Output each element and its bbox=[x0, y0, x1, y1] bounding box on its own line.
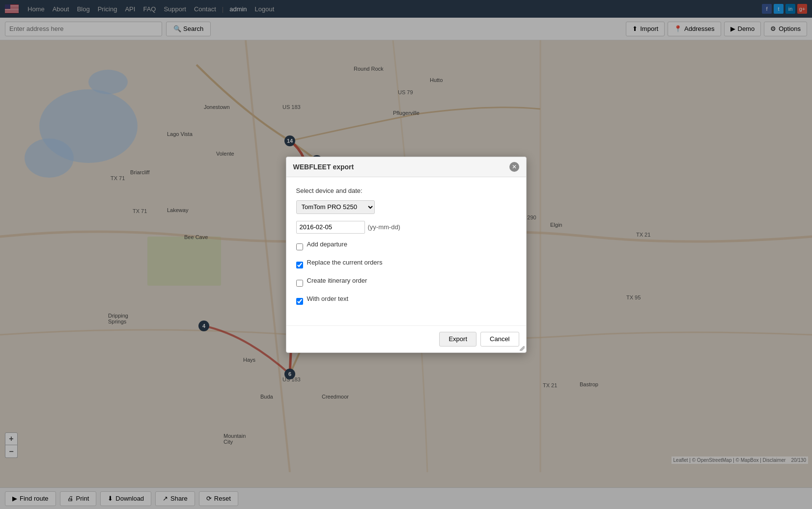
replace-orders-checkbox[interactable] bbox=[296, 262, 303, 268]
modal-body: Select device and date: TomTom PRO 5250 … bbox=[286, 177, 526, 325]
modal-header: WEBFLEET export ✕ bbox=[286, 157, 526, 177]
date-input[interactable] bbox=[296, 221, 365, 234]
export-button[interactable]: Export bbox=[439, 332, 476, 347]
with-order-text-row: With order text bbox=[296, 295, 516, 308]
replace-orders-row: Replace the current orders bbox=[296, 259, 516, 272]
modal-title: WEBFLEET export bbox=[293, 163, 354, 171]
modal-overlay: WEBFLEET export ✕ Select device and date… bbox=[0, 0, 812, 509]
resize-handle[interactable] bbox=[520, 346, 525, 351]
add-departure-row: Add departure bbox=[296, 241, 516, 254]
replace-orders-label[interactable]: Replace the current orders bbox=[307, 259, 383, 266]
modal-close-button[interactable]: ✕ bbox=[509, 162, 519, 172]
select-device-date-label: Select device and date: bbox=[296, 187, 516, 194]
cancel-button[interactable]: Cancel bbox=[480, 332, 519, 347]
create-itinerary-checkbox[interactable] bbox=[296, 280, 303, 287]
with-order-text-checkbox[interactable] bbox=[296, 298, 303, 305]
add-departure-label[interactable]: Add departure bbox=[307, 241, 347, 248]
device-select[interactable]: TomTom PRO 5250 bbox=[296, 200, 375, 214]
add-departure-checkbox[interactable] bbox=[296, 243, 303, 250]
create-itinerary-label[interactable]: Create itinerary order bbox=[307, 277, 367, 284]
create-itinerary-row: Create itinerary order bbox=[296, 277, 516, 290]
modal-footer: Export Cancel bbox=[286, 325, 526, 352]
with-order-text-label[interactable]: With order text bbox=[307, 295, 349, 302]
date-format-label: (yy-mm-dd) bbox=[368, 223, 400, 231]
webfleet-export-modal: WEBFLEET export ✕ Select device and date… bbox=[286, 157, 527, 353]
